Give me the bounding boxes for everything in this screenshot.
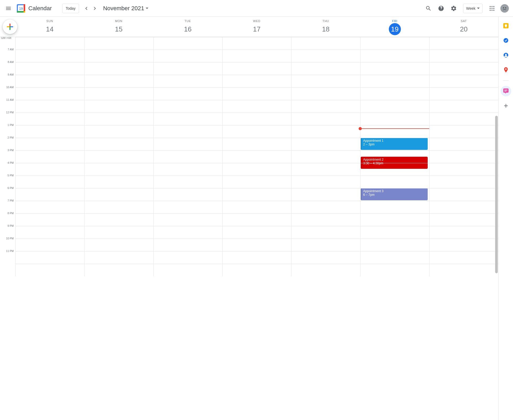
hour-row[interactable]: 9 AM xyxy=(15,75,498,87)
date-range-picker[interactable]: November 2021 xyxy=(103,5,149,12)
account-avatar[interactable] xyxy=(500,4,509,13)
plus-icon xyxy=(5,22,15,32)
svg-rect-19 xyxy=(505,24,507,27)
keep-icon xyxy=(503,23,509,28)
tasks-app-icon[interactable] xyxy=(501,35,511,46)
svg-rect-26 xyxy=(504,90,507,90)
hour-row[interactable]: 11 PM xyxy=(15,251,498,264)
hour-label: 11 PM xyxy=(0,250,14,253)
create-event-button[interactable] xyxy=(3,19,17,34)
svg-text:19: 19 xyxy=(19,7,23,10)
today-button[interactable]: Today xyxy=(62,4,79,13)
day-of-week-label: SAT xyxy=(429,19,498,23)
settings-button[interactable] xyxy=(447,2,460,15)
day-header-mon[interactable]: MON15 xyxy=(84,19,153,35)
date-range-label: November 2021 xyxy=(103,5,144,12)
search-button[interactable] xyxy=(422,2,435,15)
day-of-week-label: MON xyxy=(84,19,153,23)
header: 19 Calendar Today November 2021 Week xyxy=(0,0,513,17)
hour-row[interactable]: 8 AM xyxy=(15,62,498,75)
hour-row[interactable]: 5 PM xyxy=(15,176,498,188)
maps-app-icon[interactable] xyxy=(501,65,511,75)
help-icon xyxy=(438,5,444,12)
hour-label: 10 PM xyxy=(0,237,14,240)
main-menu-button[interactable] xyxy=(2,2,15,15)
hour-row[interactable]: 12 PM xyxy=(15,113,498,125)
hour-label: 5 PM xyxy=(0,174,14,177)
dropdown-icon xyxy=(146,8,148,9)
svg-point-23 xyxy=(505,54,507,55)
svg-point-11 xyxy=(493,8,494,9)
hour-label: 8 PM xyxy=(0,212,14,215)
avatar-icon xyxy=(500,4,509,13)
hour-label: 7 PM xyxy=(0,199,14,202)
svg-rect-27 xyxy=(504,91,506,91)
hour-row[interactable] xyxy=(15,37,498,50)
hour-row[interactable]: 4 PM xyxy=(15,163,498,176)
gear-icon xyxy=(451,5,457,12)
hour-row[interactable]: 8 PM xyxy=(15,213,498,226)
hour-label: 6 PM xyxy=(0,187,14,190)
view-select[interactable]: Week xyxy=(463,4,483,13)
hour-label: 2 PM xyxy=(0,136,14,139)
next-button[interactable] xyxy=(91,4,99,13)
hour-label: 1 PM xyxy=(0,124,14,127)
hour-row[interactable]: 10 AM xyxy=(15,87,498,100)
support-button[interactable] xyxy=(435,2,447,15)
day-of-week-label: TUE xyxy=(153,19,222,23)
timezone-label: GMT+08 xyxy=(1,37,11,39)
chevron-right-icon xyxy=(92,5,98,12)
side-divider xyxy=(503,80,509,81)
keep-app-icon[interactable] xyxy=(501,20,511,31)
scrollbar-thumb[interactable] xyxy=(495,116,498,273)
day-header-sat[interactable]: SAT20 xyxy=(429,19,498,35)
day-of-week-label: WED xyxy=(222,19,291,23)
day-header-tue[interactable]: TUE16 xyxy=(153,19,222,35)
chat-app-icon[interactable] xyxy=(501,86,511,96)
hour-row[interactable]: 7 AM xyxy=(15,50,498,62)
hour-row[interactable]: 2 PM xyxy=(15,138,498,150)
day-header-fri[interactable]: FRI19 xyxy=(360,19,429,35)
day-number: 18 xyxy=(320,23,332,35)
plus-icon xyxy=(503,103,509,108)
nav-arrows xyxy=(82,4,99,13)
app-title: Calendar xyxy=(28,5,52,12)
hour-label: 12 PM xyxy=(0,111,14,114)
day-of-week-label: SUN xyxy=(15,19,84,23)
hour-label: 7 AM xyxy=(0,48,14,51)
hour-label: 9 AM xyxy=(0,73,14,76)
day-header-thu[interactable]: THU18 xyxy=(291,19,360,35)
time-grid-scroll[interactable]: GMT+08 Appointment 12 – 3pmAppointment 2… xyxy=(0,37,498,420)
hour-row[interactable]: 9 PM xyxy=(15,226,498,239)
google-apps-button[interactable] xyxy=(486,2,498,15)
logo-block: 19 Calendar xyxy=(16,3,52,14)
hour-row[interactable]: 10 PM xyxy=(15,239,498,251)
hour-row[interactable] xyxy=(15,264,498,276)
hour-row[interactable]: 1 PM xyxy=(15,125,498,138)
svg-point-21 xyxy=(504,38,508,43)
search-icon xyxy=(425,5,432,12)
svg-point-15 xyxy=(500,4,509,13)
svg-point-10 xyxy=(491,8,493,9)
contacts-app-icon[interactable] xyxy=(501,50,511,60)
add-addon-button[interactable] xyxy=(501,101,511,111)
hour-row[interactable]: 6 PM xyxy=(15,188,498,201)
hour-row[interactable]: 7 PM xyxy=(15,201,498,213)
hour-row[interactable]: 11 AM xyxy=(15,100,498,113)
svg-rect-20 xyxy=(505,27,506,27)
view-select-label: Week xyxy=(466,6,475,10)
hour-label: 8 AM xyxy=(0,61,14,64)
dropdown-icon xyxy=(477,8,480,9)
calendar-logo-icon: 19 xyxy=(16,3,26,14)
day-number: 16 xyxy=(182,23,194,35)
day-header-sun[interactable]: SUN14 xyxy=(15,19,84,35)
day-header-wed[interactable]: WED17 xyxy=(222,19,291,35)
hour-label: 9 PM xyxy=(0,224,14,227)
prev-button[interactable] xyxy=(82,4,91,13)
hour-row[interactable]: 3 PM xyxy=(15,150,498,163)
day-number: 15 xyxy=(113,23,125,35)
day-of-week-label: FRI xyxy=(360,19,429,23)
hour-label: 3 PM xyxy=(0,149,14,152)
hour-label: 11 AM xyxy=(0,98,14,101)
svg-point-6 xyxy=(490,6,491,7)
